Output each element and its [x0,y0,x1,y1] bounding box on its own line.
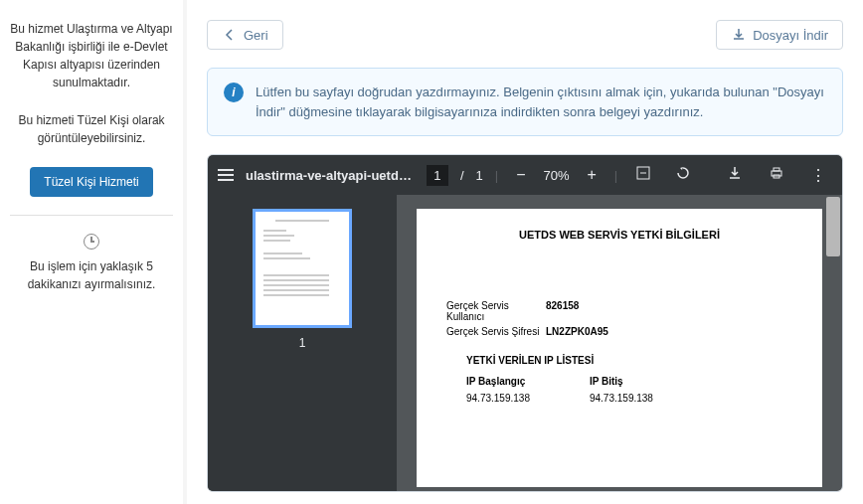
pdf-page: UETDS WEB SERVİS YETKİ BİLGİLERİ Gerçek … [417,209,822,487]
pdf-viewer: ulastirma-ve-altyapi-uetds-ip-ta... / 1 … [207,154,843,492]
doc-col2-header: IP Bitiş [590,376,653,387]
pdf-thumbnails: 1 [208,195,397,491]
pdf-toolbar: ulastirma-ve-altyapi-uetds-ip-ta... / 1 … [208,155,842,195]
back-label: Geri [244,28,268,43]
download-label: Dosyayı İndir [753,28,828,43]
info-banner: i Lütfen bu sayfayı doğrudan yazdırmayın… [207,68,843,136]
doc-row1-label: Gerçek Servis Kullanıcı [446,300,546,322]
doc-col1-value: 94.73.159.138 [466,393,530,404]
sidebar-info-2: Bu hizmeti Tüzel Kişi olarak görüntüleye… [10,111,173,147]
doc-title: UETDS WEB SERVİS YETKİ BİLGİLERİ [446,229,792,241]
doc-row2-value: LN2ZPK0A95 [546,326,608,337]
download-pdf-button[interactable] [721,161,749,189]
chevron-left-icon [222,27,238,43]
sidebar-info-3: Bu işlem için yaklaşık 5 dakikanızı ayır… [10,257,173,293]
pdf-filename: ulastirma-ve-altyapi-uetds-ip-ta... [246,168,415,183]
doc-col2-value: 94.73.159.138 [590,393,653,404]
main-content: Geri Dosyayı İndir i Lütfen bu sayfayı d… [187,0,863,504]
page-total: 1 [476,168,483,183]
thumbnail-number: 1 [299,336,306,350]
divider [10,215,173,216]
pdf-page-area[interactable]: UETDS WEB SERVİS YETKİ BİLGİLERİ Gerçek … [397,195,842,491]
info-banner-text: Lütfen bu sayfayı doğrudan yazdırmayınız… [256,83,826,121]
scrollbar[interactable] [826,197,840,256]
sidebar: Bu hizmet Ulaştırma ve Altyapı Bakanlığı… [0,0,183,504]
more-options-button[interactable]: ⋮ [804,162,832,189]
zoom-level: 70% [543,168,569,183]
doc-section-title: YETKİ VERİLEN IP LİSTESİ [466,355,792,366]
sidebar-info-1: Bu hizmet Ulaştırma ve Altyapı Bakanlığı… [10,20,173,91]
clock-icon [84,234,99,250]
zoom-out-button[interactable]: − [510,162,531,188]
fit-page-button[interactable] [629,161,657,189]
menu-icon[interactable] [218,169,234,181]
svg-rect-2 [774,168,779,171]
back-button[interactable]: Geri [207,20,283,50]
zoom-in-button[interactable]: + [582,162,603,188]
rotate-button[interactable] [669,161,697,189]
pdf-body: 1 UETDS WEB SERVİS YETKİ BİLGİLERİ Gerçe… [208,195,842,491]
doc-col1-header: IP Başlangıç [466,376,530,387]
page-separator: / [460,168,464,183]
thumbnail-page-1[interactable] [253,209,352,328]
doc-row1-value: 826158 [546,300,579,322]
top-bar: Geri Dosyayı İndir [207,20,843,50]
doc-row2-label: Gerçek Servis Şifresi [446,326,546,337]
info-icon: i [224,83,244,102]
download-button[interactable]: Dosyayı İndir [716,20,843,50]
print-button[interactable] [763,161,790,189]
page-number-input[interactable] [427,165,448,186]
tuzel-kisi-button[interactable]: Tüzel Kişi Hizmeti [30,167,152,197]
download-icon [731,27,747,43]
